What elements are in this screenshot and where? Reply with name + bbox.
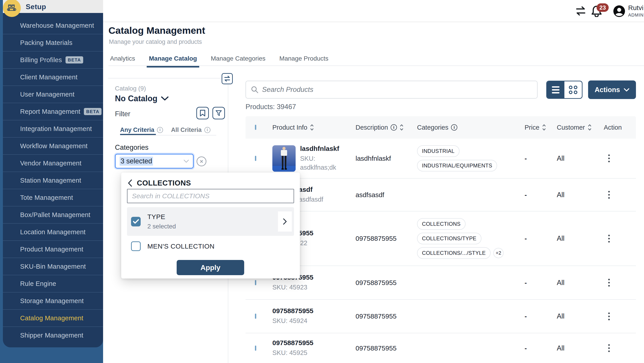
option-selected-count: 2 selected bbox=[147, 223, 176, 230]
catalog-selector[interactable]: No Catalog bbox=[115, 94, 168, 103]
tab-manage-categories[interactable]: Manage Categories bbox=[211, 55, 266, 67]
sidebar-item-storage-management[interactable]: Storage Management bbox=[3, 292, 103, 310]
any-criteria-label: Any Criteria bbox=[120, 126, 154, 133]
funnel-icon bbox=[215, 110, 222, 116]
product-description: 09758875955 bbox=[356, 279, 417, 287]
product-search-box bbox=[246, 81, 538, 99]
list-view-button[interactable] bbox=[547, 81, 564, 98]
product-name: asdf bbox=[299, 186, 323, 193]
sidebar-item-integration-management[interactable]: Integration Management bbox=[3, 120, 103, 137]
clear-categories-button[interactable]: × bbox=[196, 156, 206, 166]
product-customer: All bbox=[557, 235, 604, 243]
row-checkbox[interactable] bbox=[255, 280, 256, 285]
select-all-checkbox[interactable] bbox=[255, 125, 256, 130]
table-row: 09758875955 SKU: 45925 09758875955 - All bbox=[246, 333, 636, 363]
column-description[interactable]: Descriptioni bbox=[356, 124, 417, 131]
row-actions-menu[interactable] bbox=[604, 191, 614, 199]
sidebar-item-product-management[interactable]: Product Management bbox=[3, 241, 103, 258]
beta-badge: BETA bbox=[84, 108, 102, 115]
view-toggle bbox=[546, 81, 582, 99]
column-customer[interactable]: Customer bbox=[557, 124, 604, 131]
collapse-panel-button[interactable] bbox=[222, 73, 233, 84]
row-actions-menu[interactable] bbox=[604, 344, 614, 352]
product-sku: SKU: 45924 bbox=[272, 317, 314, 325]
tab-manage-products[interactable]: Manage Products bbox=[279, 55, 328, 67]
apply-button[interactable]: Apply bbox=[177, 260, 244, 275]
sidebar-item-tote-management[interactable]: Tote Management bbox=[3, 189, 103, 206]
checkbox-checked[interactable] bbox=[131, 217, 141, 226]
sidebar-item-vendor-management[interactable]: Vendor Management bbox=[3, 155, 103, 172]
table-row: 09758875955 SKU: 45923 09758875955 - All bbox=[246, 266, 636, 300]
column-price[interactable]: Price bbox=[524, 124, 557, 131]
column-categories[interactable]: Categoriesi bbox=[417, 124, 524, 131]
sidebar-item-rule-engine[interactable]: Rule Engine bbox=[3, 275, 103, 292]
back-chevron-icon[interactable] bbox=[128, 179, 132, 187]
more-categories-badge[interactable]: +2 bbox=[493, 248, 504, 258]
transfer-arrows-icon[interactable] bbox=[575, 6, 586, 16]
option-row-mens-collection[interactable]: MEN'S COLLECTION bbox=[131, 241, 214, 251]
grid-view-button[interactable] bbox=[564, 81, 582, 98]
sidebar-item-warehouse-management[interactable]: Warehouse Management bbox=[3, 17, 103, 34]
sidebar-item-packing-materials[interactable]: Packing Materials bbox=[3, 34, 103, 51]
column-action: Action bbox=[604, 124, 636, 131]
actions-button[interactable]: Actions bbox=[588, 80, 636, 99]
sidebar-item-label: Packing Materials bbox=[20, 39, 72, 46]
expand-children-button[interactable] bbox=[278, 211, 292, 232]
sidebar-item-sku-bin-management[interactable]: SKU-Bin Management bbox=[3, 258, 103, 275]
beta-badge: BETA bbox=[66, 56, 83, 63]
option-row-type[interactable]: TYPE 2 selected bbox=[127, 207, 294, 236]
grid-icon bbox=[569, 86, 577, 94]
row-actions-menu[interactable] bbox=[604, 154, 614, 162]
popup-title: COLLECTIONS bbox=[137, 179, 191, 187]
chevron-down-icon bbox=[624, 88, 630, 92]
sidebar-item-catalog-management[interactable]: Catalog Management bbox=[3, 310, 103, 327]
sidebar-item-shipper-management[interactable]: Shipper Management bbox=[3, 327, 103, 344]
row-checkbox[interactable] bbox=[255, 156, 256, 161]
table-row: 09758875955 SKU: 45924 09758875955 - All bbox=[246, 300, 636, 333]
sidebar-item-billing-profiles[interactable]: Billing ProfilesBETA bbox=[3, 51, 103, 69]
user-name: Rutvi bbox=[628, 4, 643, 12]
tab-analytics[interactable]: Analytics bbox=[110, 55, 135, 67]
tab-all-criteria[interactable]: All Criteria i bbox=[171, 126, 210, 133]
products-table: Product Info Descriptioni Categoriesi Pr… bbox=[246, 116, 636, 363]
option-label: MEN'S COLLECTION bbox=[147, 243, 214, 250]
sidebar-item-report-management[interactable]: Report ManagementBETA bbox=[3, 103, 103, 120]
page-subtitle: Manage your catalog and products bbox=[109, 38, 202, 45]
sidebar-item-box-pallet-management[interactable]: Box/Pallet Management bbox=[3, 206, 103, 224]
filter-button[interactable] bbox=[212, 107, 225, 119]
categories-select[interactable]: 3 selected bbox=[115, 154, 194, 169]
topbar: 23 Rutvi ADMIN bbox=[103, 0, 644, 22]
sidebar-item-label: Workflow Management bbox=[20, 142, 88, 150]
row-checkbox[interactable] bbox=[255, 346, 256, 351]
column-product-info[interactable]: Product Info bbox=[272, 124, 356, 131]
row-actions-menu[interactable] bbox=[604, 313, 614, 320]
row-actions-menu[interactable] bbox=[604, 235, 614, 243]
sidebar-item-workflow-management[interactable]: Workflow Management bbox=[3, 137, 103, 155]
search-products-input[interactable] bbox=[262, 86, 532, 94]
row-actions-menu[interactable] bbox=[604, 279, 614, 287]
products-count: Products: 39467 bbox=[246, 103, 296, 111]
sidebar-item-label: Vendor Management bbox=[20, 160, 82, 167]
categories-label: Categories bbox=[115, 143, 148, 152]
row-checkbox[interactable] bbox=[255, 314, 256, 319]
sidebar-item-label: User Management bbox=[20, 91, 74, 98]
sidebar-item-user-management[interactable]: User Management bbox=[3, 86, 103, 103]
page-title: Catalog Management bbox=[108, 25, 205, 36]
checkbox-unchecked[interactable] bbox=[131, 241, 141, 251]
product-price: - bbox=[524, 235, 557, 242]
sidebar-item-client-management[interactable]: Client Management bbox=[3, 69, 103, 86]
tab-manage-catalog[interactable]: Manage Catalog bbox=[149, 55, 197, 67]
sidebar-item-label: Station Management bbox=[20, 177, 81, 184]
popup-search-input[interactable] bbox=[127, 189, 294, 203]
sort-icon bbox=[588, 124, 592, 131]
sidebar-item-label: Integration Management bbox=[20, 125, 92, 133]
sidebar-item-station-management[interactable]: Station Management bbox=[3, 172, 103, 189]
user-avatar-icon[interactable] bbox=[613, 5, 626, 17]
tab-any-criteria[interactable]: Any Criteria i bbox=[120, 126, 163, 133]
saved-filters-button[interactable] bbox=[196, 107, 209, 119]
product-price: - bbox=[524, 191, 557, 199]
sidebar-item-location-management[interactable]: Location Management bbox=[3, 224, 103, 241]
category-chips: INDUSTRIAL INDUSTRIAL/EQUIPMENTS bbox=[417, 145, 524, 171]
product-customer: All bbox=[557, 191, 604, 199]
sidebar-item-label: Box/Pallet Management bbox=[20, 211, 90, 219]
